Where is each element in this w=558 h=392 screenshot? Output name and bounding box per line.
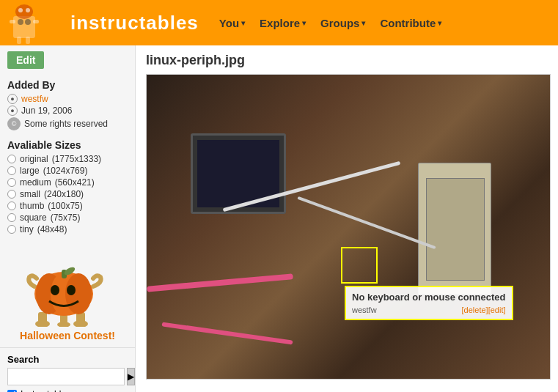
tooltip-actions[interactable]: [delete][edit] xyxy=(462,306,506,314)
sizes-section: Avaliable Sizes original (1775x1333) lar… xyxy=(0,135,135,240)
radio-medium xyxy=(7,178,16,187)
tooltip-title: No keyboard or mouse connected xyxy=(352,292,506,303)
checkbox-instructables-label: Instructables xyxy=(21,389,70,392)
svg-point-19 xyxy=(51,285,59,295)
date-text: Jun 19, 2006 xyxy=(21,106,72,116)
author-row: ● westfw xyxy=(7,94,128,104)
pumpkin-image xyxy=(23,246,111,327)
size-large-label: large xyxy=(20,166,40,176)
svg-rect-5 xyxy=(17,37,21,44)
explore-arrow-icon: ▾ xyxy=(302,19,306,27)
size-square[interactable]: square (75x75) xyxy=(7,212,128,223)
annotation-tooltip: No keyboard or mouse connected westfw [d… xyxy=(345,286,513,320)
svg-point-7 xyxy=(15,4,33,19)
size-tiny-label: tiny xyxy=(20,224,34,234)
size-original-dims: (1775x1333) xyxy=(52,154,101,164)
radio-thumb xyxy=(7,201,16,210)
author-icon: ● xyxy=(7,94,18,104)
added-by-label: Added By xyxy=(7,79,128,91)
edit-button[interactable]: Edit xyxy=(7,51,44,69)
size-square-label: square xyxy=(20,212,47,223)
size-small-dims: (240x180) xyxy=(44,189,84,199)
size-small[interactable]: small (240x180) xyxy=(7,189,128,199)
size-original[interactable]: original (1775x1333) xyxy=(7,154,128,164)
size-medium-label: medium xyxy=(20,177,51,188)
nav: You ▾ Explore ▾ Groups ▾ Contribute ▾ xyxy=(213,14,447,32)
nav-groups[interactable]: Groups ▾ xyxy=(315,14,371,32)
size-medium-dims: (560x421) xyxy=(55,177,95,188)
checkbox-instructables-row: Instructables xyxy=(7,389,128,392)
main-image: No keyboard or mouse connected westfw [d… xyxy=(147,75,550,379)
radio-original xyxy=(7,155,16,163)
tooltip-author: westfw xyxy=(352,306,377,314)
halloween-contest-link[interactable]: Halloween Contest! xyxy=(7,330,128,341)
size-small-label: small xyxy=(20,189,40,199)
svg-rect-6 xyxy=(26,37,30,44)
size-tiny-dims: (48x48) xyxy=(37,224,67,234)
header: instructables You ▾ Explore ▾ Groups ▾ C… xyxy=(0,0,558,45)
sizes-label: Avaliable Sizes xyxy=(7,139,128,151)
monitor-shape xyxy=(191,133,286,214)
pc-tower-shape xyxy=(418,163,491,295)
svg-rect-4 xyxy=(33,20,39,23)
pc-tower-inner xyxy=(426,178,485,281)
layout: Edit Added By ● westfw ● Jun 19, 2006 © … xyxy=(0,45,558,392)
svg-point-8 xyxy=(18,8,23,12)
nav-contribute[interactable]: Contribute ▾ xyxy=(374,14,447,32)
radio-small xyxy=(7,190,16,199)
svg-point-1 xyxy=(18,19,23,25)
sidebar: Edit Added By ● westfw ● Jun 19, 2006 © … xyxy=(0,45,136,392)
nav-you[interactable]: You ▾ xyxy=(213,14,251,32)
size-thumb-dims: (100x75) xyxy=(48,201,82,211)
svg-rect-0 xyxy=(13,16,35,38)
size-medium[interactable]: medium (560x421) xyxy=(7,177,128,188)
license-text: Some rights reserved xyxy=(24,119,108,129)
search-label: Search xyxy=(7,354,128,365)
size-large-dims: (1024x769) xyxy=(43,166,88,176)
nav-explore[interactable]: Explore ▾ xyxy=(254,14,312,32)
checkbox-instructables[interactable] xyxy=(7,390,17,393)
size-original-label: original xyxy=(20,154,48,164)
search-area: Search ▶ Instructables Comments xyxy=(0,347,135,392)
svg-point-9 xyxy=(26,8,30,12)
license-row: © Some rights reserved xyxy=(7,117,128,130)
radio-tiny xyxy=(7,225,16,234)
author-link[interactable]: westfw xyxy=(21,94,48,104)
search-row: ▶ xyxy=(7,368,128,385)
date-row: ● Jun 19, 2006 xyxy=(7,106,128,116)
image-container: i No ke xyxy=(146,74,551,380)
size-square-dims: (75x75) xyxy=(51,212,81,223)
logo-text: instructables xyxy=(70,12,199,34)
size-large[interactable]: large (1024x769) xyxy=(7,166,128,176)
svg-rect-3 xyxy=(10,20,15,23)
added-by-section: Added By ● westfw ● Jun 19, 2006 © Some … xyxy=(0,75,135,135)
size-thumb-label: thumb xyxy=(20,201,44,211)
svg-point-22 xyxy=(57,322,70,327)
groups-arrow-icon: ▾ xyxy=(361,19,365,27)
annotation-highlight-box[interactable] xyxy=(341,247,378,284)
svg-point-20 xyxy=(67,285,76,295)
you-arrow-icon: ▾ xyxy=(241,19,245,27)
svg-point-21 xyxy=(35,320,50,327)
contribute-arrow-icon: ▾ xyxy=(438,19,441,27)
logo-robot xyxy=(7,1,66,45)
radio-large xyxy=(7,166,16,175)
radio-square xyxy=(7,213,16,222)
search-input[interactable] xyxy=(7,368,125,385)
date-icon: ● xyxy=(7,106,18,116)
size-tiny[interactable]: tiny (48x48) xyxy=(7,224,128,234)
search-button[interactable]: ▶ xyxy=(127,368,135,385)
license-icon: © xyxy=(7,117,21,130)
logo-area: instructables xyxy=(7,1,199,45)
svg-point-2 xyxy=(25,19,31,25)
svg-point-23 xyxy=(73,320,88,327)
tooltip-meta: westfw [delete][edit] xyxy=(352,306,506,314)
file-title: linux-periph.jpg xyxy=(146,53,548,68)
pumpkin-area: Halloween Contest! xyxy=(0,240,135,347)
size-thumb[interactable]: thumb (100x75) xyxy=(7,201,128,211)
main-content: linux-periph.jpg i xyxy=(136,45,558,392)
